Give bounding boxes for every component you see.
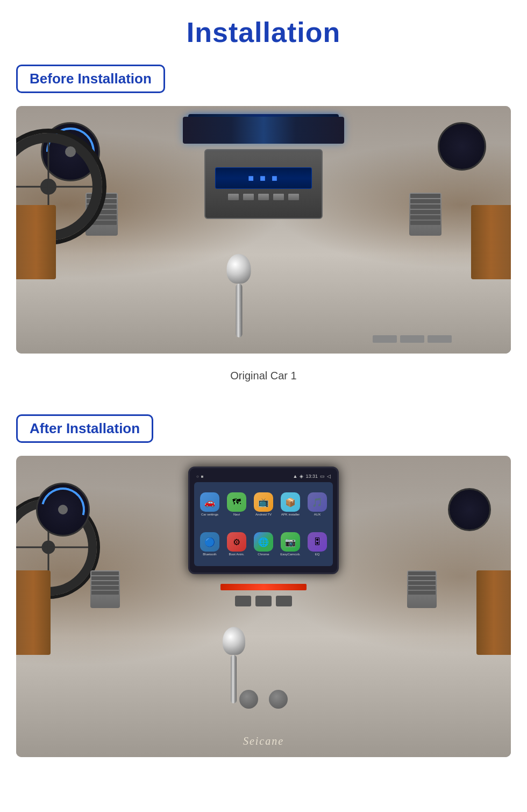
vent-right-after (407, 570, 437, 608)
status-icon-2: ■ (201, 474, 204, 479)
top-display: 331 (188, 114, 339, 138)
ctrl-btn-3 (276, 596, 292, 606)
radio-buttons (227, 193, 300, 201)
radio-btn-4 (273, 193, 284, 201)
app-boot-label: Boot Anim. (229, 553, 244, 556)
gauge-cluster-right-after (448, 488, 491, 531)
radio-screen: ■ ■ ■ (215, 167, 312, 189)
apk-icon: 📦 (281, 492, 300, 512)
eq-icon: 🎛 (308, 532, 327, 552)
wood-trim-left (16, 205, 56, 279)
aux-icon: 🎵 (308, 492, 327, 512)
app-camera-label: EasyCamcob. (280, 553, 300, 556)
vent-slat (408, 576, 436, 580)
knob-2 (269, 690, 288, 709)
before-caption: Original Car 1 (16, 370, 511, 382)
signal-icon: ▲ (293, 474, 298, 479)
radio-unit: ■ ■ ■ (204, 149, 323, 219)
vent-slat (410, 199, 440, 203)
app-boot[interactable]: ⚙ Boot Anim. (224, 525, 249, 563)
before-installation-badge: Before Installation (16, 65, 165, 93)
display-text: 331 (249, 119, 279, 133)
status-bar: ○ ■ ▲ ◈ 13:31 ▭ ◁ (194, 472, 333, 480)
radio-btn-1 (227, 193, 239, 201)
before-car-image: 331 ■ ■ ■ (16, 106, 511, 354)
app-apk[interactable]: 📦 APK installer (278, 485, 303, 523)
status-time: 13:31 (305, 474, 318, 479)
vent-slat (408, 586, 436, 590)
app-android-tv-label: Android TV (255, 513, 272, 516)
battery-icon: ▭ (320, 474, 325, 479)
after-installation-badge: After Installation (16, 414, 153, 443)
app-android-tv[interactable]: 📺 Android TV (251, 485, 276, 523)
status-icon-1: ○ (196, 474, 199, 479)
gauge-center (65, 146, 76, 157)
radio-btn-2 (243, 193, 254, 201)
vent-slat (408, 581, 436, 585)
vent-slat (410, 221, 440, 225)
app-aux-label: AUX (314, 513, 321, 516)
bluetooth-icon: 🔵 (200, 532, 219, 552)
android-tv-icon: 📺 (254, 492, 273, 512)
vent-slat (410, 215, 440, 220)
ctrl-2 (400, 335, 424, 343)
gear-shaft-after (231, 655, 237, 703)
before-section: Before Installation 331 ■ ■ ■ (16, 65, 511, 414)
camera-icon: 📷 (281, 532, 300, 552)
back-icon: ◁ (327, 474, 331, 479)
android-head-unit: ○ ■ ▲ ◈ 13:31 ▭ ◁ 🚗 (188, 467, 339, 574)
vent-slat (91, 586, 119, 590)
gauge-cluster-right (438, 122, 486, 171)
status-left: ○ ■ (196, 474, 204, 479)
after-image-container: ○ ■ ▲ ◈ 13:31 ▭ ◁ 🚗 (16, 456, 511, 757)
wood-trim-left-after (16, 570, 51, 655)
app-navi[interactable]: 🗺 Navi (224, 485, 249, 523)
boot-icon: ⚙ (227, 532, 246, 552)
gear-shift (227, 254, 251, 337)
after-section: After Installation ○ ■ ▲ ◈ 13:31 ▭ ◁ (16, 414, 511, 757)
vent-slat (410, 204, 440, 209)
chrome-icon: 🌐 (254, 532, 273, 552)
vent-slat (91, 576, 119, 580)
app-bluetooth[interactable]: 🔵 Bluetooth (197, 525, 222, 563)
status-right: ▲ ◈ 13:31 ▭ ◁ (293, 474, 331, 479)
android-home-screen: 🚗 Car settings 🗺 Navi 📺 Android TV 📦 APK… (194, 482, 333, 566)
radio-btn-5 (288, 193, 300, 201)
bottom-controls (373, 335, 452, 343)
vent-slat (410, 210, 440, 214)
app-car-settings[interactable]: 🚗 Car settings (197, 485, 222, 523)
vent-slat (87, 221, 117, 225)
red-strip (220, 584, 307, 590)
vent-slat (408, 591, 436, 595)
vent-slat (91, 591, 119, 595)
app-chrome[interactable]: 🌐 Chrome (251, 525, 276, 563)
after-car-image: ○ ■ ▲ ◈ 13:31 ▭ ◁ 🚗 (16, 456, 511, 757)
ctrl-btn-1 (235, 596, 251, 606)
vent-slat (91, 571, 119, 575)
vent-left-after (90, 570, 120, 608)
below-screen-controls (235, 596, 292, 606)
app-camera[interactable]: 📷 EasyCamcob. (278, 525, 303, 563)
knob-1 (239, 690, 258, 709)
app-eq-label: EQ (315, 553, 320, 556)
navi-icon: 🗺 (227, 492, 246, 512)
wifi-icon: ◈ (300, 474, 303, 479)
app-eq[interactable]: 🎛 EQ (305, 525, 330, 563)
app-apk-label: APK installer (281, 513, 300, 516)
gear-knob-after (223, 627, 245, 655)
radio-screen-display: ■ ■ ■ (248, 173, 279, 184)
gear-shaft (236, 284, 242, 337)
app-chrome-label: Chrome (258, 553, 269, 556)
steering-spoke-h (16, 186, 92, 188)
page-title: Installation (187, 16, 340, 48)
vent-slat (91, 581, 119, 585)
wood-trim-right (471, 205, 511, 279)
gear-knob (227, 254, 251, 284)
radio-btn-3 (258, 193, 269, 201)
car-settings-icon: 🚗 (200, 492, 219, 512)
bottom-knobs (239, 690, 288, 709)
app-aux[interactable]: 🎵 AUX (305, 485, 330, 523)
wood-trim-right-after (476, 570, 511, 655)
gauge-cluster-left-after (36, 483, 90, 536)
app-car-settings-label: Car settings (201, 513, 218, 516)
